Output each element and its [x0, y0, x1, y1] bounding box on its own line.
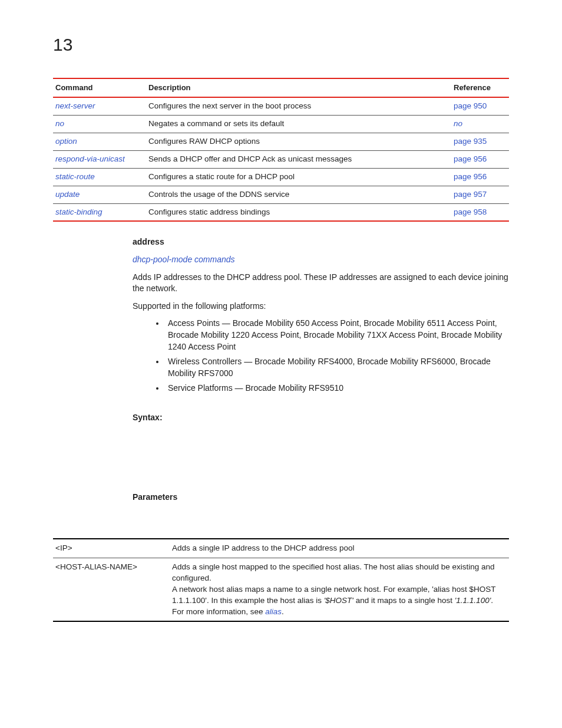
header-reference: Reference: [451, 78, 509, 97]
command-link[interactable]: next-server: [55, 101, 95, 110]
header-description: Description: [146, 78, 451, 97]
chapter-number: 13: [53, 32, 509, 57]
command-desc: Configures RAW DHCP options: [146, 133, 451, 150]
command-desc: Configures a static route for a DHCP poo…: [146, 168, 451, 186]
command-link[interactable]: static-binding: [55, 207, 103, 216]
command-desc: Controls the usage of the DDNS service: [146, 186, 451, 203]
breadcrumb-link[interactable]: dhcp-pool-mode commands: [133, 255, 235, 264]
syntax-heading: Syntax:: [133, 412, 509, 424]
parameters-heading: Parameters: [133, 492, 509, 503]
table-row: <IP> Adds a single IP address to the DHC…: [53, 539, 509, 558]
command-link[interactable]: option: [55, 137, 77, 146]
param-desc: Adds a single IP address to the DHCP add…: [170, 539, 509, 558]
table-row: static-route Configures a static route f…: [53, 168, 509, 186]
command-desc: Negates a command or sets its default: [146, 116, 451, 133]
table-row: next-server Configures the next server i…: [53, 97, 509, 115]
command-desc: Sends a DHCP offer and DHCP Ack as unica…: [146, 150, 451, 168]
parameters-table: <IP> Adds a single IP address to the DHC…: [53, 538, 509, 622]
reference-link[interactable]: page 935: [454, 137, 487, 146]
alias-link[interactable]: alias: [265, 607, 282, 616]
command-link[interactable]: static-route: [55, 172, 95, 181]
reference-link[interactable]: no: [454, 119, 462, 128]
param-desc: Adds a single host mapped to the specifi…: [170, 558, 509, 622]
list-item: Service Platforms — Brocade Mobility RFS…: [165, 383, 509, 394]
list-item: Wireless Controllers — Brocade Mobility …: [165, 356, 509, 379]
table-row: no Negates a command or sets its default…: [53, 116, 509, 133]
param-name: <IP>: [53, 539, 170, 558]
table-row: respond-via-unicast Sends a DHCP offer a…: [53, 150, 509, 168]
reference-link[interactable]: page 958: [454, 207, 487, 216]
command-link[interactable]: no: [55, 119, 64, 128]
reference-link[interactable]: page 957: [454, 190, 487, 199]
reference-link[interactable]: page 956: [454, 172, 487, 181]
platform-list: Access Points — Brocade Mobility 650 Acc…: [133, 318, 509, 394]
table-row: update Controls the usage of the DDNS se…: [53, 186, 509, 203]
supported-text: Supported in the following platforms:: [133, 301, 509, 312]
intro-text: Adds IP addresses to the DHCP address po…: [133, 272, 509, 295]
section-title: address: [133, 236, 509, 248]
table-row: static-binding Configures static address…: [53, 203, 509, 221]
command-link[interactable]: update: [55, 190, 80, 199]
commands-table: Command Description Reference next-serve…: [53, 78, 509, 222]
table-row: <HOST-ALIAS-NAME> Adds a single host map…: [53, 558, 509, 622]
command-link[interactable]: respond-via-unicast: [55, 154, 125, 163]
reference-link[interactable]: page 956: [454, 154, 487, 163]
command-desc: Configures the next server in the boot p…: [146, 97, 451, 115]
list-item: Access Points — Brocade Mobility 650 Acc…: [165, 318, 509, 353]
command-desc: Configures static address bindings: [146, 203, 451, 221]
reference-link[interactable]: page 950: [454, 101, 487, 110]
header-command: Command: [53, 78, 146, 97]
table-row: option Configures RAW DHCP options page …: [53, 133, 509, 150]
param-name: <HOST-ALIAS-NAME>: [53, 558, 170, 622]
